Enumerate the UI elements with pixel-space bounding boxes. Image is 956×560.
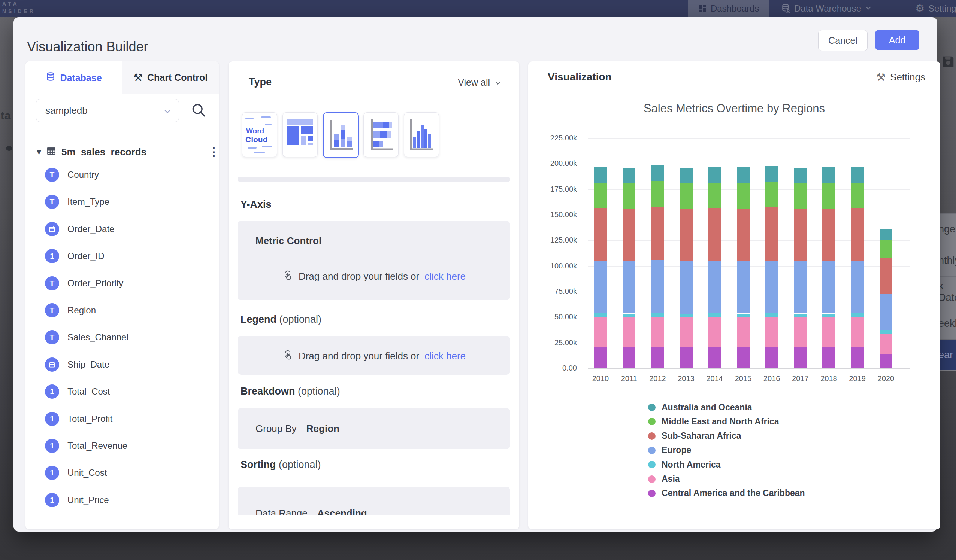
bar-segment[interactable] xyxy=(880,334,892,354)
bar-segment[interactable] xyxy=(623,314,635,318)
bar-segment[interactable] xyxy=(651,347,664,369)
chart-type-card-stacked-bar[interactable] xyxy=(363,112,399,157)
data-range-label[interactable]: Data Range xyxy=(255,508,308,516)
bar-segment[interactable] xyxy=(794,261,807,314)
bar-segment[interactable] xyxy=(765,182,778,208)
bar-segment[interactable] xyxy=(794,317,807,347)
metric-control-dropzone[interactable]: Metric Control Drag and drop your fields… xyxy=(237,221,510,300)
bar-segment[interactable] xyxy=(680,314,693,318)
legend-item[interactable]: Asia xyxy=(648,475,680,484)
bar-segment[interactable] xyxy=(794,347,807,369)
bar-segment[interactable] xyxy=(680,261,693,313)
bar-segment[interactable] xyxy=(708,208,721,261)
bar-segment[interactable] xyxy=(708,317,721,347)
bar-segment[interactable] xyxy=(708,347,721,369)
bar-segment[interactable] xyxy=(794,183,807,209)
kebab-menu-icon[interactable]: ⋮ xyxy=(208,145,219,158)
bar-segment[interactable] xyxy=(851,208,864,261)
bar-segment[interactable] xyxy=(651,317,664,347)
bar-segment[interactable] xyxy=(737,167,750,183)
field-row-order_date[interactable]: Order_Date xyxy=(45,221,210,238)
field-row-country[interactable]: TCountry xyxy=(45,166,210,184)
nav-item-dashboards[interactable]: Dashboards xyxy=(688,0,769,17)
bar-segment[interactable] xyxy=(623,317,635,347)
bar-segment[interactable] xyxy=(737,347,750,369)
data-range-value[interactable]: Ascending xyxy=(317,508,367,516)
bar-segment[interactable] xyxy=(623,183,635,209)
bar-segment[interactable] xyxy=(880,354,892,369)
bar-segment[interactable] xyxy=(594,317,607,347)
table-tree-header[interactable]: ▾ 5m_sales_records xyxy=(37,144,146,160)
bar-segment[interactable] xyxy=(680,184,693,209)
bar-segment[interactable] xyxy=(851,183,864,208)
bar-segment[interactable] xyxy=(880,294,892,330)
view-all-button[interactable]: View all xyxy=(458,77,502,88)
legend-item[interactable]: Middle East and North Africa xyxy=(648,417,779,426)
field-row-ship_date[interactable]: Ship_Date xyxy=(45,356,210,373)
bar-segment[interactable] xyxy=(765,166,778,182)
bar-segment[interactable] xyxy=(651,313,664,317)
bar-segment[interactable] xyxy=(708,167,721,183)
search-icon[interactable] xyxy=(190,102,208,119)
bar-segment[interactable] xyxy=(851,313,864,317)
chart-type-card-stacked-column[interactable] xyxy=(323,112,359,158)
bar-segment[interactable] xyxy=(822,314,835,318)
bar-segment[interactable] xyxy=(880,258,892,294)
field-row-unit_cost[interactable]: 1Unit_Cost xyxy=(45,464,210,482)
legend-item[interactable]: Sub-Saharan Africa xyxy=(648,431,741,441)
bar-segment[interactable] xyxy=(708,313,721,317)
bar-segment[interactable] xyxy=(623,347,635,369)
tab-chart-control[interactable]: ⚒ Chart Control xyxy=(122,61,219,94)
bar-segment[interactable] xyxy=(794,314,807,318)
bar-segment[interactable] xyxy=(880,330,892,334)
bar-segment[interactable] xyxy=(623,261,635,314)
bar-segment[interactable] xyxy=(680,347,693,369)
field-row-total_revenue[interactable]: 1Total_Revenue xyxy=(45,437,210,455)
chart-type-card-treemap[interactable] xyxy=(283,112,318,157)
bar-segment[interactable] xyxy=(680,168,693,184)
field-row-total_profit[interactable]: 1Total_Profit xyxy=(45,410,210,427)
add-button[interactable]: Add xyxy=(875,30,919,50)
bar-segment[interactable] xyxy=(794,209,807,261)
bar-segment[interactable] xyxy=(822,261,835,313)
caret-down-icon[interactable]: ▾ xyxy=(37,147,41,157)
legend-item[interactable]: Central America and the Caribbean xyxy=(648,489,805,498)
bar-segment[interactable] xyxy=(737,209,750,261)
database-select[interactable]: sampledb xyxy=(36,99,179,122)
bar-segment[interactable] xyxy=(680,317,693,347)
bar-segment[interactable] xyxy=(594,347,607,369)
tab-database[interactable]: Database xyxy=(25,61,122,94)
bar-segment[interactable] xyxy=(851,347,864,369)
bar-segment[interactable] xyxy=(822,347,835,369)
bar-segment[interactable] xyxy=(737,317,750,347)
bar-segment[interactable] xyxy=(594,167,607,183)
field-row-unit_price[interactable]: 1Unit_Price xyxy=(45,491,210,509)
bar-segment[interactable] xyxy=(708,183,721,208)
bar-segment[interactable] xyxy=(594,261,607,313)
bar-segment[interactable] xyxy=(822,317,835,347)
field-row-region[interactable]: TRegion xyxy=(45,302,210,319)
bar-segment[interactable] xyxy=(765,207,778,260)
bar-segment[interactable] xyxy=(651,207,664,260)
bar-segment[interactable] xyxy=(737,314,750,318)
bar-segment[interactable] xyxy=(737,183,750,209)
sorting-box[interactable]: Data Range Ascending xyxy=(237,486,510,516)
chart-type-card-word-cloud[interactable]: WordCloud xyxy=(242,112,277,157)
cancel-button[interactable]: Cancel xyxy=(818,30,868,51)
bar-segment[interactable] xyxy=(708,261,721,313)
bar-segment[interactable] xyxy=(880,229,892,240)
bar-segment[interactable] xyxy=(822,209,835,261)
field-row-sales_channel[interactable]: TSales_Channel xyxy=(45,329,210,346)
breakdown-box[interactable]: Group By Region xyxy=(237,408,510,449)
bar-segment[interactable] xyxy=(851,167,864,183)
bar-segment[interactable] xyxy=(765,317,778,347)
settings-button[interactable]: ⚒ Settings xyxy=(876,71,925,83)
bar-segment[interactable] xyxy=(765,260,778,313)
legend-item[interactable]: Europe xyxy=(648,446,691,455)
field-row-total_cost[interactable]: 1Total_Cost xyxy=(45,383,210,400)
bar-segment[interactable] xyxy=(851,261,864,313)
bar-segment[interactable] xyxy=(794,168,807,184)
bar-segment[interactable] xyxy=(651,181,664,207)
bar-segment[interactable] xyxy=(594,183,607,208)
bar-segment[interactable] xyxy=(822,167,835,183)
